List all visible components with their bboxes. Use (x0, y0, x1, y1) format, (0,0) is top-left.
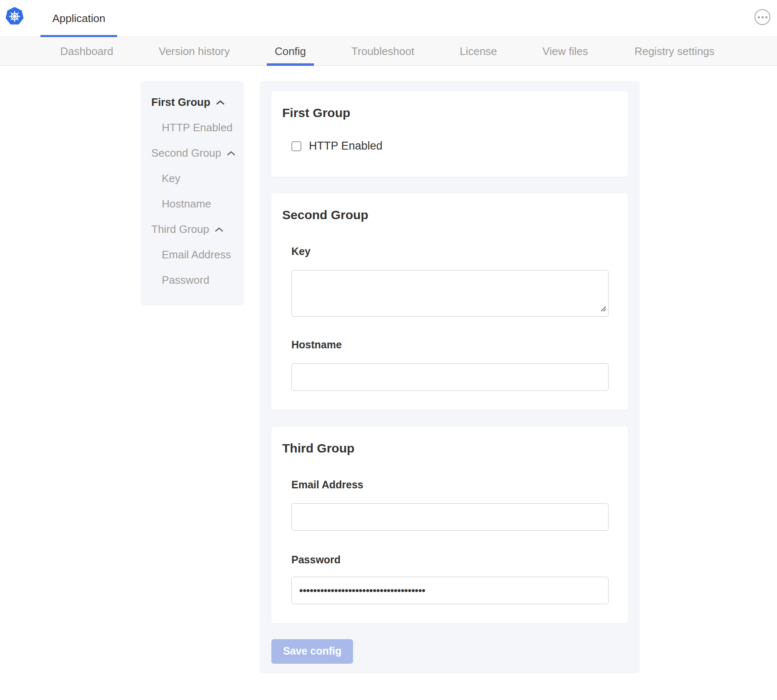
http-enabled-checkbox[interactable] (291, 141, 301, 151)
tab-registry-settings[interactable]: Registry settings (633, 37, 716, 65)
chevron-up-icon (215, 227, 223, 232)
app-nav-bar: Dashboard Version history Config Trouble… (0, 37, 777, 66)
kubernetes-logo-icon (5, 6, 24, 25)
chevron-up-icon (216, 100, 225, 105)
app-tab-application[interactable]: Application (40, 0, 117, 37)
textarea-resize-handle[interactable] (600, 305, 607, 314)
sidebar-item-password[interactable]: Password (140, 268, 244, 293)
password-label: Password (291, 553, 609, 566)
config-main-panel: First Group HTTP Enabled Second Group Ke… (260, 81, 640, 673)
tab-dashboard[interactable]: Dashboard (60, 37, 114, 65)
group-title: Third Group (282, 441, 609, 456)
save-config-button[interactable]: Save config (271, 639, 353, 662)
config-group-card-first-group: First Group HTTP Enabled (271, 91, 628, 177)
http-enabled-checkbox-row[interactable]: HTTP Enabled (291, 140, 609, 152)
config-sidebar: First Group HTTP Enabled Second Group Ke… (140, 81, 244, 305)
sidebar-item-hostname[interactable]: Hostname (140, 191, 244, 217)
group-title: First Group (282, 105, 609, 120)
sidebar-item-http-enabled[interactable]: HTTP Enabled (140, 115, 244, 140)
sidebar-item-key[interactable]: Key (140, 166, 244, 191)
sidebar-item-email-address[interactable]: Email Address (140, 242, 244, 268)
tab-view-files[interactable]: View files (541, 37, 590, 65)
hostname-label: Hostname (291, 338, 609, 351)
ellipsis-icon (758, 16, 760, 18)
sidebar-group-first-group[interactable]: First Group (140, 90, 244, 115)
hostname-input[interactable] (291, 363, 609, 391)
http-enabled-label: HTTP Enabled (309, 140, 383, 152)
config-group-card-second-group: Second Group Key Hostname (271, 193, 628, 410)
more-options-button[interactable] (754, 9, 770, 25)
sidebar-group-third-group[interactable]: Third Group (140, 217, 244, 242)
tab-troubleshoot[interactable]: Troubleshoot (350, 37, 416, 65)
password-input[interactable] (291, 577, 609, 604)
top-header: Application (0, 0, 777, 37)
chevron-up-icon (227, 151, 236, 156)
key-textarea[interactable] (291, 270, 609, 317)
email-address-input[interactable] (291, 503, 609, 531)
key-label: Key (291, 245, 609, 258)
tab-config[interactable]: Config (267, 37, 314, 65)
group-title: Second Group (282, 208, 609, 222)
email-address-label: Email Address (291, 478, 609, 491)
config-group-card-third-group: Third Group Email Address Password (271, 427, 628, 623)
sidebar-group-second-group[interactable]: Second Group (140, 140, 244, 166)
tab-version-history[interactable]: Version history (158, 37, 231, 65)
tab-license[interactable]: License (459, 37, 497, 65)
